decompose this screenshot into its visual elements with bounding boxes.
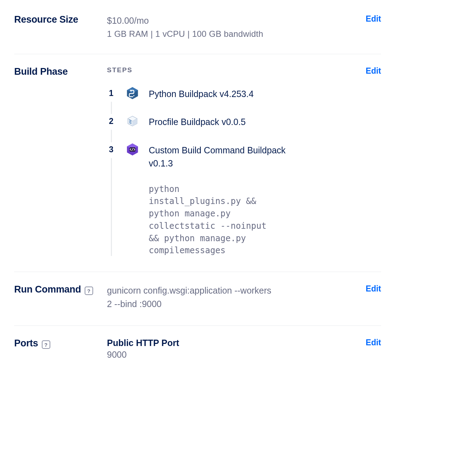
edit-ports-button[interactable]: Edit bbox=[366, 338, 381, 347]
step-title: Python Buildpack v4.253.4 bbox=[149, 87, 354, 101]
edit-build-phase-button[interactable]: Edit bbox=[366, 66, 381, 75]
section-resource-size: Resource Size $10.00/mo 1 GB RAM | 1 vCP… bbox=[14, 14, 381, 54]
python-icon bbox=[126, 87, 139, 100]
svg-point-3 bbox=[133, 95, 134, 96]
section-build-phase: Build Phase STEPS 1 bbox=[14, 54, 381, 272]
step-title: Procfile Buildpack v0.0.5 bbox=[149, 115, 354, 129]
build-command-code: python install_plugins.py && python mana… bbox=[149, 183, 276, 257]
step-number: 2 bbox=[107, 115, 115, 128]
resource-size-specs: 1 GB RAM | 1 vCPU | 100 GB bandwidth bbox=[107, 29, 354, 39]
step-number: 3 bbox=[107, 143, 115, 156]
help-icon[interactable]: ? bbox=[42, 340, 50, 349]
edit-resource-size-button[interactable]: Edit bbox=[366, 14, 381, 23]
resource-size-label: Resource Size bbox=[14, 14, 78, 25]
step-row: 2 Procfile Buildpack v0.0.5 bbox=[107, 115, 354, 143]
procfile-icon bbox=[126, 115, 139, 128]
custom-build-icon bbox=[126, 143, 139, 156]
run-command-label: Run Command bbox=[14, 284, 81, 295]
steps-list: 1 Python Buildpack v4.253.4 bbox=[107, 87, 354, 257]
section-run-command: Run Command ? gunicorn config.wsgi:appli… bbox=[14, 272, 381, 326]
port-value: 9000 bbox=[107, 350, 354, 360]
help-icon[interactable]: ? bbox=[85, 287, 93, 295]
ports-label: Ports bbox=[14, 338, 38, 349]
port-title: Public HTTP Port bbox=[107, 338, 354, 348]
step-row: 1 Python Buildpack v4.253.4 bbox=[107, 87, 354, 115]
steps-heading: STEPS bbox=[107, 66, 354, 74]
run-command-value: gunicorn config.wsgi:application --worke… bbox=[107, 284, 273, 311]
step-number: 1 bbox=[107, 87, 115, 100]
edit-run-command-button[interactable]: Edit bbox=[366, 284, 381, 293]
resource-size-price: $10.00/mo bbox=[107, 14, 354, 28]
build-phase-label: Build Phase bbox=[14, 66, 68, 77]
step-row: 3 Custom Build Command Build bbox=[107, 143, 354, 257]
section-ports: Ports ? Public HTTP Port 9000 Edit bbox=[14, 326, 381, 375]
step-title: Custom Build Command Buildpack v0.1.3 bbox=[149, 144, 301, 170]
